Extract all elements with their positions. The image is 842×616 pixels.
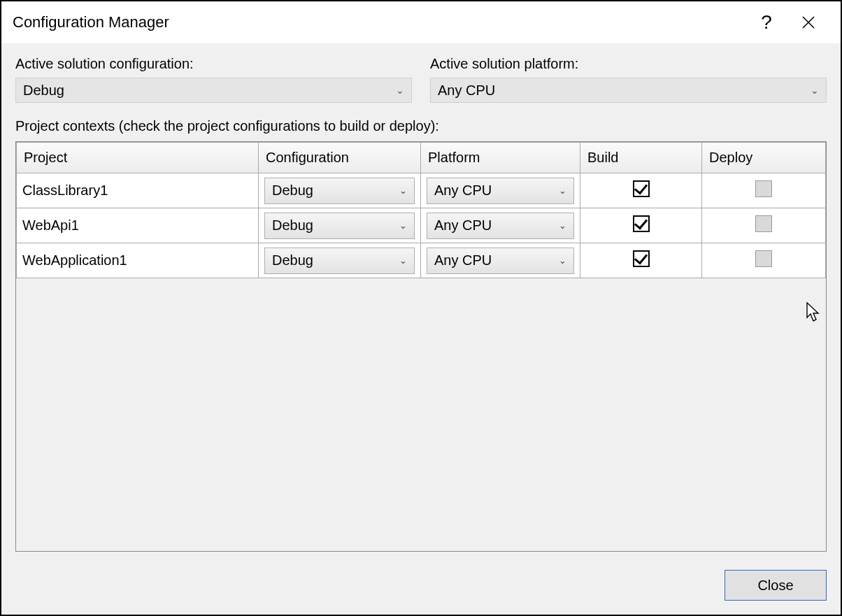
configuration-cell: Debug⌄ (259, 173, 421, 208)
configuration-dropdown[interactable]: Debug⌄ (264, 213, 415, 239)
deploy-cell (702, 173, 826, 208)
platform-dropdown[interactable]: Any CPU⌄ (427, 248, 574, 274)
help-button[interactable]: ? (745, 1, 787, 43)
col-platform[interactable]: Platform (421, 143, 580, 173)
table-row: WebApplication1Debug⌄Any CPU⌄ (17, 243, 826, 278)
project-grid: Project Configuration Platform Build Dep… (15, 141, 827, 552)
deploy-checkbox (755, 250, 772, 267)
active-config-label: Active solution configuration: (15, 56, 412, 72)
project-name-cell[interactable]: ClassLibrary1 (17, 173, 259, 208)
active-config-value: Debug (23, 83, 396, 99)
chevron-down-icon: ⌄ (399, 220, 407, 231)
deploy-checkbox (755, 180, 772, 197)
chevron-down-icon: ⌄ (399, 185, 407, 196)
build-checkbox[interactable] (633, 180, 650, 197)
table-row: WebApi1Debug⌄Any CPU⌄ (17, 208, 826, 243)
platform-value: Any CPU (434, 182, 559, 199)
active-platform-value: Any CPU (438, 83, 811, 99)
table-row: ClassLibrary1Debug⌄Any CPU⌄ (17, 173, 826, 208)
chevron-down-icon: ⌄ (559, 185, 566, 196)
configuration-cell: Debug⌄ (259, 208, 421, 243)
active-platform-dropdown[interactable]: Any CPU ⌄ (430, 78, 827, 103)
configuration-value: Debug (272, 217, 399, 234)
build-checkbox[interactable] (633, 250, 650, 267)
platform-cell: Any CPU⌄ (421, 208, 580, 243)
platform-value: Any CPU (434, 252, 559, 268)
chevron-down-icon: ⌄ (399, 255, 407, 266)
project-contexts-label: Project contexts (check the project conf… (15, 118, 827, 134)
configuration-dropdown[interactable]: Debug⌄ (264, 248, 415, 274)
col-build[interactable]: Build (580, 143, 702, 173)
platform-value: Any CPU (434, 217, 559, 234)
build-cell (580, 243, 702, 278)
configuration-cell: Debug⌄ (259, 243, 421, 278)
col-deploy[interactable]: Deploy (702, 143, 826, 173)
build-cell (580, 173, 702, 208)
col-project[interactable]: Project (17, 143, 259, 173)
deploy-cell (702, 208, 826, 243)
close-icon (802, 16, 815, 29)
build-cell (580, 208, 702, 243)
deploy-checkbox (755, 215, 772, 232)
build-checkbox[interactable] (633, 215, 650, 232)
active-platform-label: Active solution platform: (430, 56, 827, 72)
chevron-down-icon: ⌄ (559, 220, 566, 231)
project-name-cell[interactable]: WebApi1 (17, 208, 259, 243)
close-button[interactable]: Close (725, 570, 827, 601)
configuration-value: Debug (272, 182, 399, 199)
configuration-manager-dialog: Configuration Manager ? Active solution … (0, 0, 842, 616)
titlebar: Configuration Manager ? (1, 1, 841, 43)
close-window-button[interactable] (787, 1, 829, 43)
dialog-content: Active solution configuration: Debug ⌄ A… (1, 43, 841, 615)
close-button-label: Close (757, 578, 793, 594)
configuration-dropdown[interactable]: Debug⌄ (264, 178, 415, 204)
configuration-value: Debug (272, 252, 399, 268)
deploy-cell (702, 243, 826, 278)
col-configuration[interactable]: Configuration (259, 143, 421, 173)
platform-cell: Any CPU⌄ (421, 243, 580, 278)
chevron-down-icon: ⌄ (811, 85, 819, 96)
window-title: Configuration Manager (13, 13, 745, 31)
platform-cell: Any CPU⌄ (421, 173, 580, 208)
chevron-down-icon: ⌄ (396, 85, 404, 96)
active-config-dropdown[interactable]: Debug ⌄ (15, 78, 412, 103)
platform-dropdown[interactable]: Any CPU⌄ (427, 178, 574, 204)
platform-dropdown[interactable]: Any CPU⌄ (427, 213, 574, 239)
project-name-cell[interactable]: WebApplication1 (17, 243, 259, 278)
chevron-down-icon: ⌄ (559, 255, 566, 266)
